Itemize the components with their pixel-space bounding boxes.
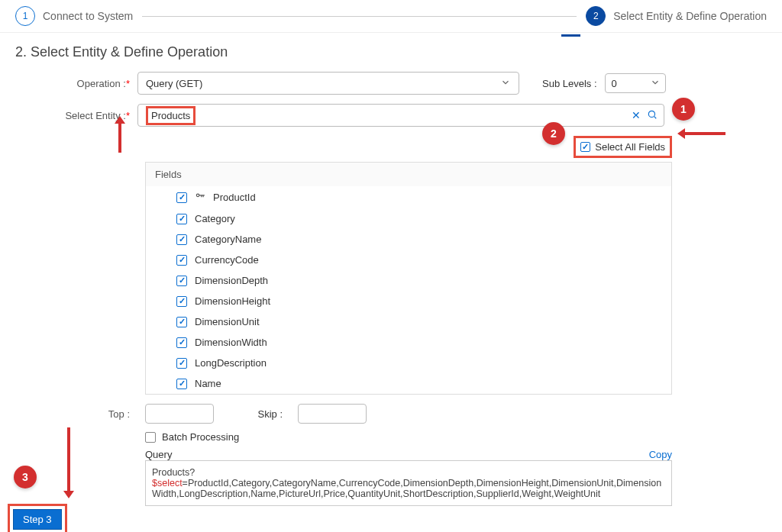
field-name: ProductId [213, 192, 256, 203]
fields-list[interactable]: ProductIdCategoryCategoryNameCurrencyCod… [146, 186, 671, 394]
field-row[interactable]: CurrencyCode [146, 250, 671, 270]
select-all-checkbox[interactable] [580, 142, 590, 152]
field-row[interactable]: ProductId [146, 186, 671, 208]
step3-button[interactable]: Step 3 [13, 509, 62, 530]
operation-label: Operation :* [15, 78, 137, 89]
field-checkbox[interactable] [176, 276, 187, 286]
annotation-2: 2 [542, 122, 565, 145]
annotation-1: 1 [672, 98, 695, 121]
field-name: LongDescription [195, 357, 267, 369]
step-2-label: Select Entity & Define Operation [613, 10, 767, 22]
field-checkbox[interactable] [176, 379, 187, 389]
field-checkbox[interactable] [176, 358, 187, 369]
svg-line-1 [654, 116, 657, 118]
step3-highlight: Step 3 [8, 504, 67, 532]
annotation-arrow-selectall [683, 132, 725, 135]
copy-link[interactable]: Copy [649, 449, 672, 460]
sub-levels-label: Sub Levels : [542, 78, 597, 89]
fields-panel: Fields ProductIdCategoryCategoryNameCurr… [145, 162, 672, 395]
field-name: Name [195, 378, 221, 389]
field-checkbox[interactable] [176, 214, 187, 224]
annotation-arrow-step3 [67, 427, 70, 492]
step-1-circle: 1 [15, 6, 35, 26]
svg-point-0 [648, 111, 654, 117]
select-all-fields-highlight: Select All Fields [574, 136, 672, 158]
field-name: DimensionDepth [195, 275, 268, 286]
field-checkbox[interactable] [176, 296, 187, 307]
field-checkbox[interactable] [176, 234, 187, 245]
query-select-keyword: $select [152, 478, 183, 488]
select-all-label: Select All Fields [595, 141, 665, 153]
field-name: CurrencyCode [195, 254, 259, 266]
step-2[interactable]: 2 Select Entity & Define Operation [586, 6, 767, 26]
search-icon[interactable] [647, 109, 658, 122]
field-row[interactable]: DimensionWidth [146, 332, 671, 353]
stepper: 1 Connect to System 2 Select Entity & De… [0, 0, 782, 33]
top-input[interactable] [145, 404, 214, 424]
query-box: Products?$select=ProductId,Category,Cate… [145, 460, 672, 506]
fields-header: Fields [146, 163, 671, 186]
field-name: DimensionHeight [195, 295, 270, 307]
operation-row: Operation :* Query (GET) Sub Levels : 0 [15, 72, 767, 95]
step-1[interactable]: 1 Connect to System [15, 6, 133, 26]
query-label: Query [145, 449, 172, 460]
field-row[interactable]: DimensionHeight [146, 291, 671, 311]
field-checkbox[interactable] [176, 337, 187, 348]
skip-input[interactable] [298, 404, 367, 424]
key-icon [195, 191, 205, 204]
sub-levels-select[interactable]: 0 [605, 73, 666, 93]
sub-levels-value: 0 [612, 78, 617, 89]
field-name: CategoryName [195, 234, 261, 245]
operation-value: Query (GET) [146, 78, 202, 89]
operation-select[interactable]: Query (GET) [137, 72, 519, 95]
skip-label: Skip : [221, 408, 290, 420]
field-name: DimensionWidth [195, 337, 267, 348]
chevron-down-icon [650, 77, 661, 90]
step-1-label: Connect to System [43, 10, 133, 22]
field-checkbox[interactable] [176, 255, 187, 266]
chevron-down-icon [500, 77, 511, 90]
field-row[interactable]: Name [146, 373, 671, 394]
select-entity-row: Select Entity :* Products ✕ [15, 104, 767, 127]
query-prefix: Products? [152, 467, 195, 478]
field-row[interactable]: DimensionDepth [146, 270, 671, 291]
top-label: Top : [15, 408, 137, 420]
batch-label: Batch Processing [162, 431, 239, 443]
clear-icon[interactable]: ✕ [632, 109, 641, 121]
active-step-underline [561, 34, 580, 37]
field-row[interactable]: CategoryName [146, 229, 671, 250]
step-line [142, 16, 577, 17]
field-row[interactable]: Category [146, 208, 671, 229]
page-title: 2. Select Entity & Define Operation [15, 44, 767, 60]
field-row[interactable]: LongDescription [146, 353, 671, 373]
entity-value-highlight: Products [146, 106, 196, 125]
query-rest: =ProductId,Category,CategoryName,Currenc… [152, 478, 661, 499]
batch-row: Batch Processing [145, 431, 767, 443]
step-2-circle: 2 [586, 6, 606, 26]
field-name: Category [195, 213, 235, 224]
batch-checkbox[interactable] [145, 432, 156, 443]
field-row[interactable]: DimensionUnit [146, 311, 671, 332]
annotation-3: 3 [14, 466, 37, 488]
annotation-arrow-entity [118, 122, 121, 153]
entity-input[interactable]: Products ✕ [137, 104, 664, 127]
field-checkbox[interactable] [176, 317, 187, 327]
field-checkbox[interactable] [176, 192, 187, 203]
field-name: DimensionUnit [195, 316, 260, 327]
